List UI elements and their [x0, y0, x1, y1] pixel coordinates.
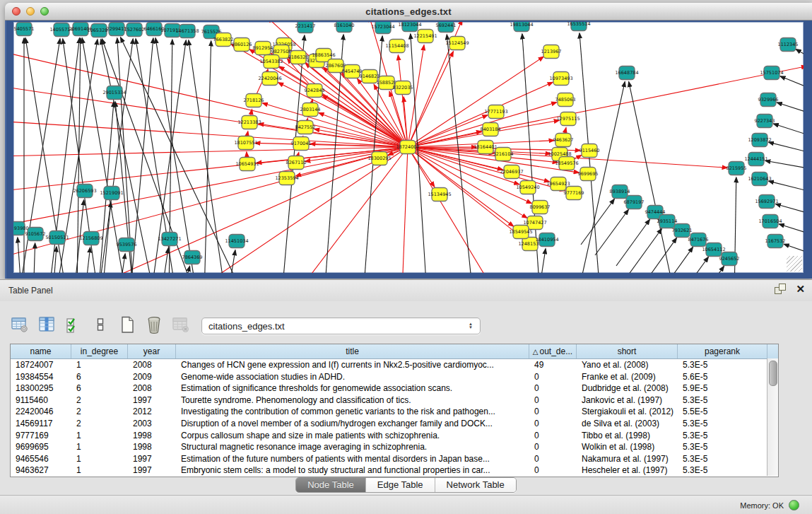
table-cell[interactable]: 2008 — [128, 359, 176, 371]
graph-node[interactable]: 16210643 — [748, 173, 771, 186]
table-cell[interactable]: Corpus callosum shape and size in male p… — [176, 430, 529, 442]
table-cell[interactable]: 14569117 — [11, 418, 71, 430]
column-header-in-degree[interactable]: in_degree — [71, 344, 128, 358]
table-cell[interactable]: 2 — [71, 418, 128, 430]
table-cell[interactable]: 0 — [529, 395, 577, 407]
table-cell[interactable]: 49 — [529, 359, 577, 371]
graph-node[interactable]: 7864369 — [182, 251, 203, 264]
table-cell[interactable]: 1998 — [128, 441, 176, 453]
graph-node[interactable]: 1527602 — [124, 23, 145, 37]
table-cell[interactable]: 18724007 — [11, 359, 71, 371]
graph-node[interactable]: 11154408 — [385, 40, 408, 53]
graph-node[interactable]: 16648784 — [615, 66, 638, 80]
graph-node[interactable]: 7485063 — [555, 93, 576, 107]
table-cell[interactable]: 1 — [71, 430, 128, 442]
graph-node[interactable]: 9170041 — [291, 137, 312, 151]
table-cell[interactable]: Genome-wide association studies in ADHD. — [176, 371, 529, 383]
column-visibility-icon[interactable] — [37, 315, 56, 334]
table-settings-icon[interactable] — [10, 315, 29, 334]
graph-node[interactable]: 9463627 — [553, 134, 574, 147]
graph-node[interactable]: 18107551 — [234, 136, 257, 150]
float-panel-icon[interactable] — [775, 284, 786, 294]
graph-node[interactable]: 2803144 — [300, 103, 321, 117]
graph-node[interactable]: 1213967 — [541, 45, 562, 59]
graph-node[interactable]: 8912954 — [253, 42, 273, 55]
graph-node[interactable]: 29015334 — [102, 86, 126, 100]
graph-node[interactable]: 8267110 — [286, 156, 307, 170]
graph-node[interactable]: 12353594 — [275, 172, 298, 185]
graph-node[interactable]: 12215491 — [413, 30, 437, 43]
graph-node[interactable]: 8403184 — [481, 123, 501, 136]
table-cell[interactable]: 0 — [529, 371, 577, 383]
table-cell[interactable]: 6 — [71, 382, 128, 395]
table-cell[interactable]: Estimation of significance thresholds fo… — [176, 382, 529, 395]
table-cell[interactable]: Tibbo et al. (1998) — [577, 430, 678, 442]
graph-node[interactable]: 3216104 — [493, 148, 514, 161]
table-cell[interactable]: Estimation of the future numbers of pati… — [176, 453, 529, 465]
table-row[interactable]: 1456911722003Disruption of a novel membe… — [11, 418, 778, 430]
close-panel-icon[interactable]: ✕ — [796, 284, 805, 294]
delete-rows-icon[interactable] — [144, 315, 163, 334]
graph-node[interactable]: 9227343 — [755, 115, 775, 128]
table-cell[interactable]: Structural magnetic resonance image aver… — [176, 441, 529, 453]
table-cell[interactable]: Hescheler et al. (1997) — [577, 465, 678, 477]
graph-node[interactable]: 19813044 — [510, 22, 533, 32]
table-cell[interactable]: 2008 — [128, 382, 176, 395]
table-cell[interactable]: 9465546 — [11, 453, 71, 465]
table-row[interactable]: 1830029562008Estimation of significance … — [11, 382, 778, 395]
table-cell[interactable]: 1997 — [128, 465, 176, 477]
graph-node[interactable]: 6879197 — [624, 196, 645, 209]
tab-network-table[interactable]: Network Table — [435, 478, 516, 492]
table-cell[interactable]: 9777169 — [11, 430, 71, 442]
table-cell[interactable]: 5.9E-5 — [678, 382, 767, 395]
table-cell[interactable]: 5.3E-5 — [678, 430, 767, 442]
column-header-name[interactable]: name — [11, 344, 71, 358]
table-cell[interactable]: 5.5E-5 — [678, 406, 767, 418]
table-row[interactable]: 977716911998Corpus callosum shape and si… — [11, 430, 778, 442]
graph-node[interactable]: 9777169 — [564, 187, 584, 200]
column-header-short[interactable]: short — [577, 344, 678, 358]
table-cell[interactable]: 18300295 — [11, 382, 71, 395]
table-row[interactable]: 2242004622012Investigating the contribut… — [11, 406, 778, 418]
table-cell[interactable]: 19384554 — [11, 371, 71, 383]
table-cell[interactable]: 1997 — [128, 453, 176, 465]
column-header-pagerank[interactable]: pagerank — [678, 344, 767, 358]
graph-node[interactable]: 8427552 — [295, 121, 316, 134]
table-cell[interactable]: de Silva et al. (2003) — [577, 418, 678, 430]
table-cell[interactable]: Jankovic et al. (1997) — [577, 395, 678, 407]
table-cell[interactable]: 1 — [71, 441, 128, 453]
column-header-out-de[interactable]: △out_de... — [529, 344, 577, 358]
table-cell[interactable]: Investigating the contribution of common… — [176, 406, 529, 418]
table-cell[interactable]: 22420046 — [11, 406, 71, 418]
graph-node[interactable]: 8322035 — [393, 81, 413, 95]
graph-node[interactable]: 10654931 — [235, 158, 259, 171]
table-cell[interactable]: Yano et al. (2008) — [577, 359, 678, 371]
graph-node[interactable]: 50150511 — [45, 231, 69, 245]
graph-node[interactable]: 15219091 — [100, 187, 123, 200]
graph-node[interactable]: 17016504 — [758, 215, 782, 228]
tab-edge-table[interactable]: Edge Table — [366, 478, 435, 492]
table-cell[interactable]: Nakamura et al. (1997) — [577, 453, 678, 465]
vertical-scrollbar[interactable] — [767, 358, 778, 476]
delete-table-icon[interactable] — [171, 315, 190, 334]
table-cell[interactable]: 9463627 — [11, 465, 71, 477]
table-cell[interactable]: Disruption of a novel member of a sodium… — [176, 418, 529, 430]
graph-node[interactable]: 7932621 — [672, 224, 693, 238]
table-cell[interactable]: 0 — [529, 453, 577, 465]
graph-node[interactable]: 8215955 — [726, 162, 747, 175]
table-cell[interactable]: 1997 — [128, 395, 176, 407]
graph-node[interactable]: 2718126 — [244, 94, 264, 107]
row-height-icon[interactable] — [90, 315, 110, 334]
memory-indicator[interactable]: Memory: OK — [740, 500, 799, 510]
graph-node[interactable]: 15134945 — [428, 188, 451, 201]
table-cell[interactable]: 0 — [529, 430, 577, 442]
table-cell[interactable]: 9699695 — [11, 441, 71, 453]
graph-node[interactable]: 15692971 — [755, 195, 778, 209]
graph-node[interactable]: 8161040 — [334, 22, 355, 33]
graph-node[interactable]: 5692441 — [436, 22, 457, 33]
graph-node[interactable]: 1167532 — [765, 235, 786, 248]
graph-node[interactable]: 12156809 — [79, 232, 102, 245]
graph-node[interactable]: 8099637 — [530, 201, 551, 214]
table-cell[interactable]: 0 — [529, 406, 577, 418]
table-cell[interactable]: 1 — [71, 359, 128, 371]
